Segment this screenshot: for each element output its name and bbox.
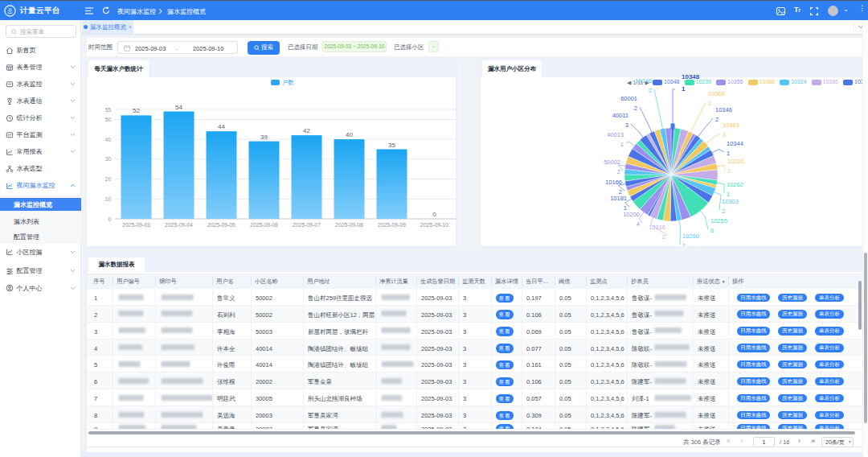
- svg-text:2: 2: [619, 188, 622, 196]
- svg-text:42: 42: [303, 127, 310, 134]
- svg-text:1: 1: [727, 191, 730, 198]
- svg-text:10255: 10255: [710, 217, 727, 224]
- svg-text:2: 2: [722, 208, 725, 215]
- svg-text:1: 1: [727, 167, 731, 175]
- svg-text:2025-09-10: 2025-09-10: [420, 222, 448, 228]
- svg-text:10348: 10348: [682, 73, 700, 80]
- svg-text:10246: 10246: [635, 77, 652, 84]
- svg-text:50: 50: [105, 117, 112, 122]
- svg-text:39: 39: [260, 134, 268, 141]
- svg-text:10368: 10368: [708, 90, 725, 97]
- svg-text:2: 2: [649, 87, 652, 94]
- svg-text:35: 35: [388, 142, 395, 149]
- svg-text:10344: 10344: [727, 140, 743, 147]
- svg-text:10346: 10346: [715, 106, 732, 113]
- svg-text:55: 55: [105, 107, 112, 113]
- svg-text:6: 6: [710, 227, 714, 234]
- svg-text:10316: 10316: [649, 224, 665, 231]
- svg-text:2025-09-09: 2025-09-09: [378, 222, 406, 228]
- svg-text:10: 10: [105, 196, 112, 202]
- svg-text:10303: 10303: [722, 198, 739, 205]
- svg-text:1: 1: [624, 204, 627, 212]
- svg-text:10181: 10181: [610, 195, 627, 202]
- svg-text:50002: 50002: [604, 159, 620, 166]
- svg-text:2: 2: [617, 168, 620, 175]
- svg-text:1: 1: [682, 85, 686, 93]
- svg-text:52: 52: [133, 107, 140, 114]
- svg-text:40013: 40013: [607, 131, 624, 138]
- svg-text:20: 20: [105, 176, 112, 182]
- svg-text:1: 1: [682, 242, 686, 247]
- svg-text:2025-09-07: 2025-09-07: [293, 222, 321, 228]
- svg-text:30: 30: [105, 156, 112, 162]
- svg-text:3: 3: [723, 131, 726, 138]
- svg-text:0: 0: [432, 211, 436, 218]
- svg-text:10166: 10166: [605, 179, 622, 186]
- svg-text:2025-09-03: 2025-09-03: [122, 222, 150, 228]
- svg-text:2: 2: [715, 116, 719, 123]
- svg-text:2: 2: [634, 105, 637, 112]
- svg-text:2025-09-04: 2025-09-04: [165, 222, 193, 228]
- svg-text:40: 40: [105, 137, 112, 142]
- svg-text:0: 0: [108, 216, 111, 222]
- svg-text:60001: 60001: [620, 95, 637, 102]
- svg-text:10262: 10262: [727, 181, 743, 188]
- svg-text:10363: 10363: [723, 121, 739, 129]
- svg-text:44: 44: [218, 123, 225, 130]
- svg-text:2025-09-06: 2025-09-06: [250, 222, 278, 228]
- svg-text:10260: 10260: [682, 233, 699, 240]
- svg-text:2025-09-05: 2025-09-05: [207, 222, 235, 228]
- svg-text:3: 3: [625, 121, 628, 129]
- svg-text:1: 1: [708, 100, 711, 107]
- svg-text:10202: 10202: [727, 158, 744, 165]
- svg-text:1: 1: [620, 141, 624, 148]
- svg-text:4: 4: [637, 220, 640, 228]
- svg-text:54: 54: [175, 104, 182, 111]
- svg-text:2025-09-08: 2025-09-08: [335, 222, 363, 228]
- svg-text:1: 1: [727, 150, 730, 157]
- svg-text:40: 40: [346, 131, 353, 138]
- svg-text:40011: 40011: [612, 112, 628, 119]
- svg-text:2: 2: [662, 233, 665, 241]
- svg-text:10200: 10200: [623, 211, 640, 218]
